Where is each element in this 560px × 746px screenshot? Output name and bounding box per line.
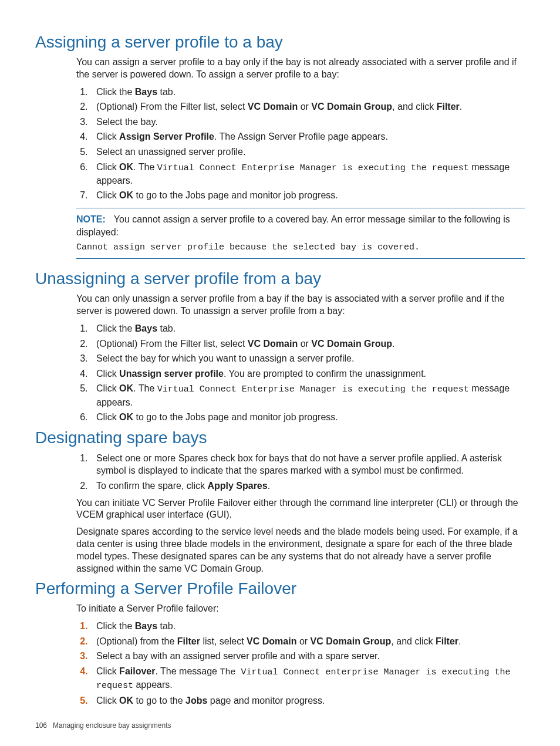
text: Select an unassigned server profile. xyxy=(96,147,245,157)
text: or xyxy=(298,339,311,349)
bold: Bays xyxy=(135,323,157,333)
heading-spare-bays: Designating spare bays xyxy=(35,428,525,447)
bold: OK xyxy=(119,696,133,706)
heading-assigning: Assigning a server profile to a bay xyxy=(35,33,525,52)
list-item: (Optional) from the Filter list, select … xyxy=(90,635,525,648)
list-item: Click the Bays tab. xyxy=(90,322,525,335)
text: (Optional) from the xyxy=(96,636,177,646)
bold: Failover xyxy=(119,666,155,676)
text: , and click xyxy=(391,636,436,646)
bold: VC Domain xyxy=(248,102,298,112)
text: list, select xyxy=(200,636,247,646)
bold: Bays xyxy=(135,621,157,631)
text: (Optional) From the Filter list, select xyxy=(96,102,248,112)
bold: VC Domain xyxy=(248,339,298,349)
text: Click xyxy=(96,666,119,676)
text: to go to the Jobs page and monitor job p… xyxy=(133,412,338,422)
bold: VC Domain Group xyxy=(311,636,392,646)
section1-body: You can assign a server profile to a bay… xyxy=(76,56,525,259)
text: Click xyxy=(96,162,119,172)
text: Click xyxy=(96,412,119,422)
section2-intro: You can only unassign a server profile f… xyxy=(76,293,525,318)
text: , and click xyxy=(392,102,437,112)
page-footer: 106Managing enclosure bay assignments xyxy=(35,721,171,730)
text: appears. xyxy=(133,680,173,690)
text: Select one or more Spares check box for … xyxy=(96,453,502,476)
bold: OK xyxy=(119,412,133,422)
bold: OK xyxy=(119,162,133,172)
note-text: You cannot assign a server profile to a … xyxy=(76,214,510,237)
section4-steps: Click the Bays tab. (Optional) from the … xyxy=(76,620,525,707)
code: Virtual Connect Enterprise Manager is ex… xyxy=(157,384,469,394)
section2-steps: Click the Bays tab. (Optional) From the … xyxy=(76,322,525,424)
section3-para1: You can initiate VC Server Profile Failo… xyxy=(76,497,525,522)
section3-para2: Designate spares according to the servic… xyxy=(76,526,525,575)
list-item: Click the Bays tab. xyxy=(90,86,525,99)
heading-failover: Performing a Server Profile Failover xyxy=(35,579,525,598)
note-code: Cannot assign server profile because the… xyxy=(76,242,525,254)
bold: Assign Server Profile xyxy=(119,131,214,141)
section1-intro: You can assign a server profile to a bay… xyxy=(76,56,525,81)
section3-body: Select one or more Spares check box for … xyxy=(76,452,525,575)
bold: VC Domain xyxy=(247,636,296,646)
bold: Filter xyxy=(177,636,200,646)
list-item: Click Assign Server Profile. The Assign … xyxy=(90,130,525,143)
text: . The xyxy=(133,162,157,172)
text: (Optional) From the Filter list, select xyxy=(96,339,248,349)
text: To confirm the spare, click xyxy=(96,481,207,491)
section1-steps: Click the Bays tab. (Optional) From the … xyxy=(76,86,525,202)
text: or xyxy=(296,636,310,646)
bold: Filter xyxy=(437,102,460,112)
list-item: Click OK to go to the Jobs page and moni… xyxy=(90,694,525,707)
bold: Unassign server profile xyxy=(119,369,224,379)
bold: VC Domain Group xyxy=(311,102,392,112)
section2-body: You can only unassign a server profile f… xyxy=(76,293,525,423)
page-number: 106 xyxy=(35,721,47,730)
bold: Bays xyxy=(135,87,157,97)
bold: VC Domain Group xyxy=(311,339,392,349)
document-page: Assigning a server profile to a bay You … xyxy=(0,0,560,746)
code: Virtual Connect Enterprise Manager is ex… xyxy=(157,163,469,173)
text: Click xyxy=(96,369,119,379)
list-item: Click OK. The Virtual Connect Enterprise… xyxy=(90,382,525,409)
list-item: To confirm the spare, click Apply Spares… xyxy=(90,480,525,492)
text: Click xyxy=(96,383,119,393)
note-box: NOTE:You cannot assign a server profile … xyxy=(76,208,525,259)
list-item: Click the Bays tab. xyxy=(90,620,525,633)
text: Click the xyxy=(96,621,135,631)
text: Select a bay with an assigned server pro… xyxy=(96,651,380,661)
text: . xyxy=(458,636,461,646)
list-item: Select an unassigned server profile. xyxy=(90,146,525,158)
bold: Filter xyxy=(436,636,458,646)
list-item: Click Unassign server profile. You are p… xyxy=(90,367,525,380)
text: or xyxy=(298,102,311,112)
text: Click xyxy=(96,131,119,141)
list-item: (Optional) From the Filter list, select … xyxy=(90,337,525,350)
section3-steps: Select one or more Spares check box for … xyxy=(76,452,525,492)
list-item: (Optional) From the Filter list, select … xyxy=(90,100,525,113)
bold: Jobs xyxy=(185,696,207,706)
list-item: Click OK. The Virtual Connect Enterprise… xyxy=(90,161,525,187)
text: tab. xyxy=(157,87,176,97)
text: . The message xyxy=(155,666,220,676)
text: . xyxy=(268,481,270,491)
text: tab. xyxy=(157,621,176,631)
footer-title: Managing enclosure bay assignments xyxy=(53,721,171,730)
list-item: Select the bay for which you want to una… xyxy=(90,352,525,365)
heading-unassigning: Unassigning a server profile from a bay xyxy=(35,269,525,288)
text: . xyxy=(392,339,394,349)
text: . The Assign Server Profile page appears… xyxy=(214,131,388,141)
text: to go to the xyxy=(133,696,185,706)
section4-body: To initiate a Server Profile failover: C… xyxy=(76,603,525,707)
text: Select the bay. xyxy=(96,117,158,127)
text: to go to the Jobs page and monitor job p… xyxy=(133,190,338,200)
text: Click the xyxy=(96,323,135,333)
section4-intro: To initiate a Server Profile failover: xyxy=(76,603,525,615)
text: . xyxy=(460,102,462,112)
text: Select the bay for which you want to una… xyxy=(96,353,354,363)
text: Click xyxy=(96,696,119,706)
text: tab. xyxy=(157,323,176,333)
bold: Apply Spares xyxy=(207,481,267,491)
note-label: NOTE: xyxy=(76,214,106,224)
list-item: Click Failover. The message The Virtual … xyxy=(90,665,525,693)
